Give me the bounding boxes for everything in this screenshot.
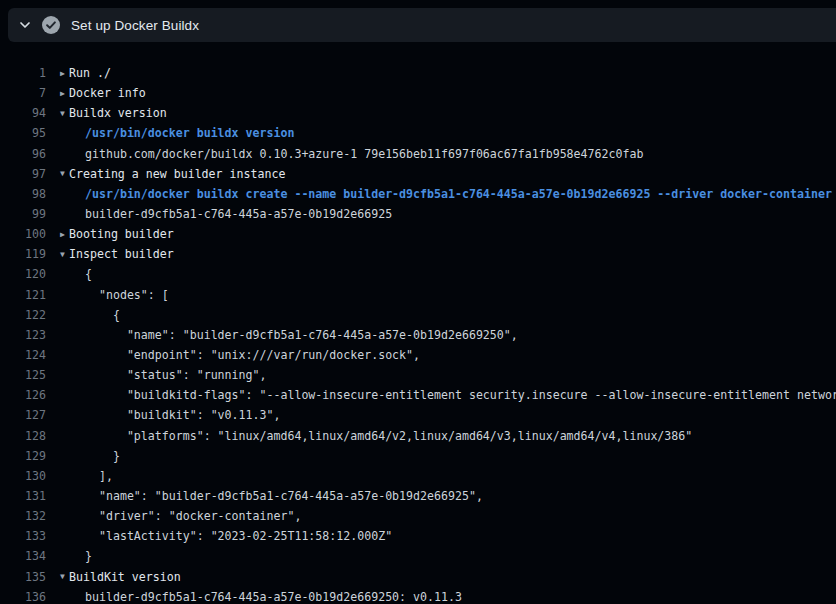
line-number[interactable]: 123 (0, 328, 46, 342)
log-line: 130 ], (0, 466, 836, 486)
log-line-text: "nodes": [ (85, 288, 169, 302)
line-number[interactable]: 133 (0, 529, 46, 543)
log-line: 127 "buildkit": "v0.11.3", (0, 405, 836, 425)
line-number[interactable]: 121 (0, 288, 46, 302)
log-line-text: "name": "builder-d9cfb5a1-c764-445a-a57e… (85, 328, 518, 342)
line-number[interactable]: 128 (0, 429, 46, 443)
log-line-text: "status": "running", (85, 368, 266, 382)
log-line-text: ], (85, 469, 113, 483)
log-line-text: BuildKit version (69, 570, 181, 584)
line-number[interactable]: 131 (0, 489, 46, 503)
log-line: 129 } (0, 446, 836, 466)
line-number[interactable]: 136 (0, 590, 46, 604)
log-line[interactable]: 7 ▶ Docker info (0, 83, 836, 103)
line-number[interactable]: 120 (0, 267, 46, 281)
log-line-text: { (85, 267, 92, 281)
log-line-text: "name": "builder-d9cfb5a1-c764-445a-a57e… (85, 489, 483, 503)
step-header[interactable]: Set up Docker Buildx (8, 8, 836, 42)
log-line: 134 } (0, 546, 836, 566)
line-number[interactable]: 129 (0, 449, 46, 463)
log-lines: 1 ▶ Run ./ 7 ▶ Docker info 94 ▼ Buildx v… (0, 42, 836, 604)
log-line-text: "buildkit": "v0.11.3", (85, 408, 280, 422)
triangle-right-icon: ▶ (56, 69, 69, 78)
log-line-text: github.com/docker/buildx 0.10.3+azure-1 … (85, 147, 643, 161)
log-line-text: /usr/bin/docker buildx create --name bui… (85, 187, 832, 201)
line-number[interactable]: 130 (0, 469, 46, 483)
line-number[interactable]: 124 (0, 348, 46, 362)
log-line: 124 "endpoint": "unix:///var/run/docker.… (0, 345, 836, 365)
log-line-text: Booting builder (69, 227, 174, 241)
check-circle-icon (42, 16, 60, 34)
log-line-text: builder-d9cfb5a1-c764-445a-a57e-0b19d2e6… (85, 207, 392, 221)
log-line-text: /usr/bin/docker buildx version (85, 126, 294, 140)
log-line-text: Inspect builder (69, 247, 174, 261)
log-line: 95 /usr/bin/docker buildx version (0, 123, 836, 143)
line-number[interactable]: 97 (0, 167, 46, 181)
log-line[interactable]: 100 ▶ Booting builder (0, 224, 836, 244)
log-line-text: { (85, 308, 120, 322)
line-number[interactable]: 125 (0, 368, 46, 382)
log-line: 120 { (0, 264, 836, 284)
log-line: 136 builder-d9cfb5a1-c764-445a-a57e-0b19… (0, 587, 836, 604)
log-line-text: "driver": "docker-container", (85, 509, 301, 523)
log-line: 125 "status": "running", (0, 365, 836, 385)
log-line[interactable]: 135 ▼ BuildKit version (0, 567, 836, 587)
log-line[interactable]: 1 ▶ Run ./ (0, 63, 836, 83)
log-line: 121 "nodes": [ (0, 285, 836, 305)
line-number[interactable]: 99 (0, 207, 46, 221)
log-line: 98 /usr/bin/docker buildx create --name … (0, 184, 836, 204)
log-line: 128 "platforms": "linux/amd64,linux/amd6… (0, 426, 836, 446)
triangle-down-icon: ▼ (56, 250, 69, 259)
line-number[interactable]: 122 (0, 308, 46, 322)
log-line-text: Buildx version (69, 106, 167, 120)
log-line: 131 "name": "builder-d9cfb5a1-c764-445a-… (0, 486, 836, 506)
log-line[interactable]: 97 ▼ Creating a new builder instance (0, 164, 836, 184)
triangle-down-icon: ▼ (56, 169, 69, 178)
line-number[interactable]: 96 (0, 147, 46, 161)
line-number[interactable]: 127 (0, 408, 46, 422)
log-line-text: "lastActivity": "2023-02-25T11:58:12.000… (85, 529, 392, 543)
log-line-text: "platforms": "linux/amd64,linux/amd64/v2… (85, 429, 692, 443)
log-line: 133 "lastActivity": "2023-02-25T11:58:12… (0, 526, 836, 546)
line-number[interactable]: 1 (0, 66, 46, 80)
line-number[interactable]: 100 (0, 227, 46, 241)
triangle-down-icon: ▼ (56, 572, 69, 581)
log-line-text: Docker info (69, 86, 146, 100)
triangle-right-icon: ▶ (56, 230, 69, 239)
log-line[interactable]: 94 ▼ Buildx version (0, 103, 836, 123)
log-line-text: } (85, 449, 120, 463)
line-number[interactable]: 135 (0, 570, 46, 584)
log-line: 132 "driver": "docker-container", (0, 506, 836, 526)
step-title: Set up Docker Buildx (71, 18, 199, 33)
line-number[interactable]: 7 (0, 86, 46, 100)
line-number[interactable]: 95 (0, 126, 46, 140)
line-number[interactable]: 98 (0, 187, 46, 201)
log-line: 123 "name": "builder-d9cfb5a1-c764-445a-… (0, 325, 836, 345)
triangle-down-icon: ▼ (56, 109, 69, 118)
line-number[interactable]: 119 (0, 247, 46, 261)
log-line: 122 { (0, 305, 836, 325)
log-line: 126 "buildkitd-flags": "--allow-insecure… (0, 385, 836, 405)
line-number[interactable]: 132 (0, 509, 46, 523)
log-line-text: builder-d9cfb5a1-c764-445a-a57e-0b19d2e6… (85, 590, 462, 604)
triangle-right-icon: ▶ (56, 89, 69, 98)
log-line: 99 builder-d9cfb5a1-c764-445a-a57e-0b19d… (0, 204, 836, 224)
chevron-down-icon[interactable] (19, 19, 31, 31)
line-number[interactable]: 94 (0, 106, 46, 120)
line-number[interactable]: 134 (0, 549, 46, 563)
log-line-text: Run ./ (69, 66, 111, 80)
line-number[interactable]: 126 (0, 388, 46, 402)
log-line-text: } (85, 549, 92, 563)
log-line-text: "endpoint": "unix:///var/run/docker.sock… (85, 348, 420, 362)
log-line-text: Creating a new builder instance (69, 167, 285, 181)
log-line[interactable]: 119 ▼ Inspect builder (0, 244, 836, 264)
log-line-text: "buildkitd-flags": "--allow-insecure-ent… (85, 388, 836, 402)
log-line: 96 github.com/docker/buildx 0.10.3+azure… (0, 144, 836, 164)
